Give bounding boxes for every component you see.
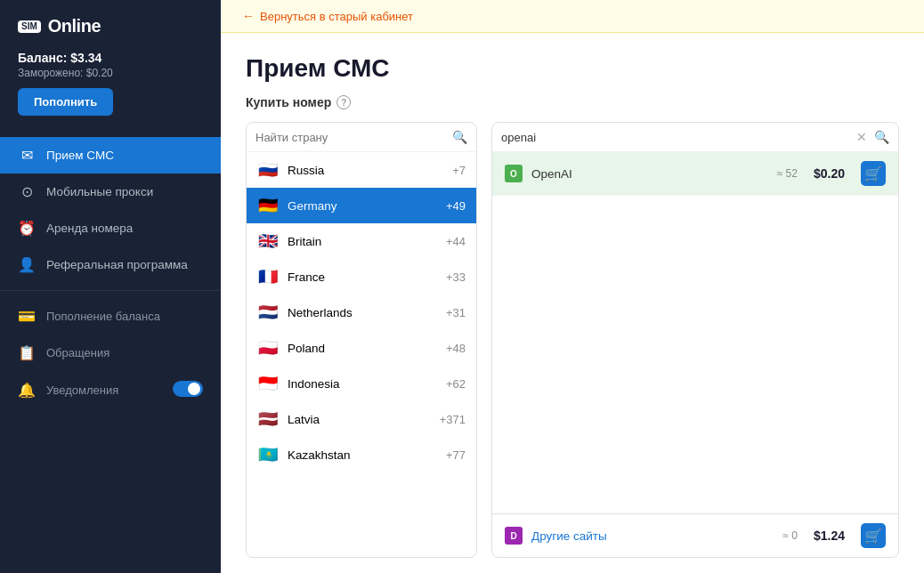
topup-button[interactable]: Пополнить (18, 88, 113, 116)
section-label-text: Купить номер (246, 95, 331, 109)
sidebar-item-notify[interactable]: 🔔 Уведомления (0, 371, 221, 409)
support-icon: 📋 (18, 344, 36, 361)
service-search-icon: 🔍 (874, 130, 889, 144)
country-name: Germany (288, 199, 437, 213)
sidebar-item-label: Уведомления (46, 383, 118, 397)
other-service-price: $1.24 (814, 529, 845, 543)
country-code: +77 (446, 448, 466, 462)
country-search-box: 🔍 (247, 123, 476, 152)
country-flag: 🇳🇱 (257, 303, 279, 322)
service-price: $0.20 (814, 166, 845, 181)
rent-icon: ⏰ (18, 220, 36, 237)
country-item[interactable]: 🇩🇪 Germany +49 (247, 188, 476, 223)
country-flag: 🇮🇩 (257, 374, 279, 393)
country-name: Britain (288, 235, 437, 248)
nav-menu: ✉ Прием СМС ⊙ Мобильные прокси ⏰ Аренда … (0, 137, 221, 573)
country-code: +31 (446, 306, 466, 319)
toggle-wrap (173, 381, 203, 399)
sidebar-item-ref[interactable]: 👤 Реферальная программа (0, 246, 221, 283)
country-code: +33 (446, 270, 466, 284)
frozen-amount: Заморожено: $0.20 (18, 67, 203, 79)
back-link[interactable]: Вернуться в старый кабинет (260, 10, 413, 23)
country-code: +7 (452, 164, 466, 177)
service-name: OpenAI (531, 167, 768, 181)
country-item[interactable]: 🇮🇩 Indonesia +62 (247, 366, 476, 401)
ref-icon: 👤 (18, 256, 36, 273)
country-flag: 🇬🇧 (257, 231, 279, 251)
help-icon[interactable]: ? (336, 95, 351, 109)
country-flag: 🇰🇿 (257, 445, 279, 464)
sidebar: SIM Online Баланс: $3.34 Заморожено: $0.… (0, 0, 221, 573)
country-name: Russia (288, 164, 443, 177)
topup-icon: 💳 (18, 308, 36, 325)
country-search-icon: 🔍 (452, 130, 467, 144)
service-panel: ✕ 🔍 O OpenAI ≈ 52 $0.20 🛒 D Другие сайты… (491, 122, 899, 558)
page-content: Прием СМС Купить номер ? 🔍 🇷🇺 Russia +7 … (221, 33, 924, 573)
other-add-to-cart-button[interactable]: 🛒 (861, 523, 886, 548)
sidebar-item-proxy[interactable]: ⊙ Мобильные прокси (0, 174, 221, 210)
country-name: Poland (288, 342, 437, 355)
sidebar-item-label: Реферальная программа (46, 258, 188, 271)
sidebar-item-topup[interactable]: 💳 Пополнение баланса (0, 298, 221, 335)
other-service-icon: D (505, 527, 523, 545)
country-item[interactable]: 🇰🇿 Kazakhstan +77 (247, 437, 476, 472)
notify-icon: 🔔 (18, 382, 36, 399)
service-icon: O (505, 165, 523, 182)
country-flag: 🇷🇺 (257, 160, 279, 180)
country-name: Indonesia (288, 377, 437, 391)
country-code: +48 (446, 342, 466, 355)
country-name: Netherlands (288, 306, 437, 319)
country-code: +44 (446, 235, 466, 248)
section-label: Купить номер ? (246, 95, 899, 109)
sidebar-item-label: Мобильные прокси (46, 185, 153, 198)
service-list: O OpenAI ≈ 52 $0.20 🛒 (492, 152, 898, 513)
back-arrow-icon: ← (242, 9, 255, 23)
country-code: +371 (440, 413, 466, 426)
nav-divider (0, 290, 221, 291)
sidebar-item-label: Обращения (46, 346, 109, 359)
country-flag: 🇫🇷 (257, 267, 279, 286)
proxy-icon: ⊙ (18, 183, 36, 200)
country-item[interactable]: 🇬🇧 Britain +44 (247, 223, 476, 259)
sidebar-item-label: Пополнение баланса (46, 310, 160, 323)
country-item[interactable]: 🇱🇻 Latvia +371 (247, 401, 476, 437)
country-flag: 🇱🇻 (257, 409, 279, 429)
notifications-toggle[interactable] (173, 381, 203, 397)
logo-text: Online (48, 16, 101, 36)
country-item[interactable]: 🇵🇱 Poland +48 (247, 330, 476, 366)
country-panel: 🔍 🇷🇺 Russia +7 🇩🇪 Germany +49 🇬🇧 Britain… (246, 122, 477, 558)
sim-badge: SIM (18, 20, 41, 33)
service-search-input[interactable] (501, 131, 851, 144)
country-name: Kazakhstan (288, 448, 437, 462)
sidebar-item-rent[interactable]: ⏰ Аренда номера (0, 210, 221, 246)
balance-section: Баланс: $3.34 Заморожено: $0.20 Пополнит… (0, 49, 221, 128)
other-service-count: ≈ 0 (782, 529, 798, 542)
country-search-input[interactable] (255, 131, 447, 144)
sidebar-item-label: Аренда номера (46, 222, 133, 235)
country-flag: 🇩🇪 (257, 196, 279, 215)
clear-icon[interactable]: ✕ (856, 130, 867, 144)
country-code: +62 (446, 377, 466, 391)
country-name: France (288, 270, 437, 284)
country-item[interactable]: 🇷🇺 Russia +7 (247, 152, 476, 188)
logo-area: SIM Online (0, 0, 221, 49)
country-code: +49 (446, 199, 466, 213)
service-search-box: ✕ 🔍 (492, 123, 898, 152)
sidebar-item-support[interactable]: 📋 Обращения (0, 335, 221, 371)
add-to-cart-button[interactable]: 🛒 (861, 161, 886, 186)
country-item[interactable]: 🇫🇷 France +33 (247, 259, 476, 295)
other-service-name[interactable]: Другие сайты (531, 529, 774, 543)
main-content: ← Вернуться в старый кабинет Прием СМС К… (221, 0, 924, 573)
sidebar-item-sms[interactable]: ✉ Прием СМС (0, 137, 221, 174)
top-bar: ← Вернуться в старый кабинет (221, 0, 924, 33)
country-list: 🇷🇺 Russia +7 🇩🇪 Germany +49 🇬🇧 Britain +… (247, 152, 476, 557)
service-footer: D Другие сайты ≈ 0 $1.24 🛒 (492, 513, 898, 557)
country-name: Latvia (288, 413, 431, 426)
service-item: O OpenAI ≈ 52 $0.20 🛒 (492, 152, 898, 196)
sms-icon: ✉ (18, 147, 36, 164)
service-count: ≈ 52 (777, 167, 798, 180)
sidebar-item-label: Прием СМС (46, 149, 114, 162)
country-item[interactable]: 🇳🇱 Netherlands +31 (247, 295, 476, 330)
panels: 🔍 🇷🇺 Russia +7 🇩🇪 Germany +49 🇬🇧 Britain… (246, 122, 899, 558)
balance-amount: Баланс: $3.34 (18, 51, 203, 65)
